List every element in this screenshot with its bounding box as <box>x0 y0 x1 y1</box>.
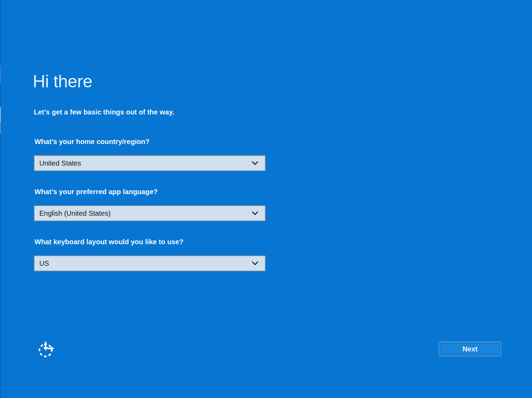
page-subtitle: Let’s get a few basic things out of the … <box>34 108 174 116</box>
ease-of-access-icon <box>37 341 56 359</box>
page-title: Hi there <box>33 71 92 91</box>
keyboard-layout-label: What keyboard layout would you like to u… <box>34 238 183 246</box>
app-language-label: What’s your preferred app language? <box>34 188 158 196</box>
chevron-down-icon <box>247 261 263 265</box>
country-region-value: United States <box>34 159 247 167</box>
chevron-down-icon <box>247 161 263 165</box>
next-button[interactable]: Next <box>439 342 501 356</box>
app-language-dropdown[interactable]: English (United States) <box>34 205 266 221</box>
country-region-label: What’s your home country/region? <box>34 138 149 146</box>
keyboard-layout-value: US <box>34 260 247 268</box>
main-content: Hi there Let’s get a few basic things ou… <box>0 0 532 398</box>
oobe-setup-screen: Hi there Let’s get a few basic things ou… <box>0 0 532 398</box>
chevron-down-icon <box>247 211 263 215</box>
app-language-value: English (United States) <box>34 209 247 217</box>
keyboard-layout-dropdown[interactable]: US <box>34 255 266 271</box>
ease-of-access-button[interactable] <box>36 340 56 359</box>
country-region-dropdown[interactable]: United States <box>34 155 266 171</box>
